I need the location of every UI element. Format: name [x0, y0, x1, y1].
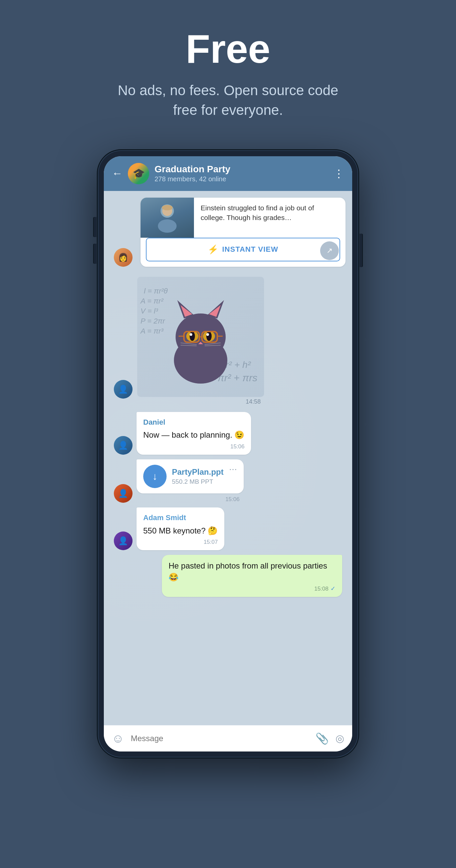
adam-time: 15:07 [204, 538, 218, 546]
own-message-row: He pasted in photos from all previous pa… [111, 555, 345, 597]
own-time: 15:08 [314, 585, 329, 593]
article-bubble: Einstein struggled to find a job out of … [141, 198, 345, 267]
hero-subtitle: No ads, no fees. Open source code free f… [111, 81, 345, 120]
adam-text: 550 MB keynote? 🤔 [143, 525, 218, 536]
header-info: Graduation Party 278 members, 42 online [155, 164, 328, 183]
chat-header: ← 🎓 Graduation Party 278 members, 42 onl… [104, 156, 352, 191]
article-text: Einstein struggled to find a job out of … [194, 198, 345, 238]
group-name: Graduation Party [155, 164, 328, 175]
attach-button[interactable]: 📎 [315, 732, 329, 745]
phone-screen: ← 🎓 Graduation Party 278 members, 42 onl… [104, 156, 352, 751]
sticker-time: 14:58 [137, 398, 264, 405]
message-input[interactable] [131, 734, 309, 743]
group-avatar: 🎓 [128, 163, 149, 184]
file-message-row: 👤 ↓ PartyPlan.ppt 550.2 MB PPT ⋯ 15:06 [111, 459, 345, 503]
group-status: 278 members, 42 online [155, 175, 328, 183]
article-sender-avatar: 👩 [114, 248, 132, 267]
file-bubble: ↓ PartyPlan.ppt 550.2 MB PPT ⋯ [136, 459, 244, 493]
svg-point-12 [190, 332, 195, 341]
own-text: He pasted in photos from all previous pa… [169, 560, 335, 583]
svg-point-14 [190, 333, 192, 336]
file-more-button[interactable]: ⋯ [229, 465, 237, 474]
adam-message-row: 👤 Adam Smidt 550 MB keynote? 🤔 15:07 [111, 507, 345, 550]
file-size: 550.2 MB PPT [172, 478, 224, 486]
sticker-message: 👤 l = πr²θ A = πr² V = l³ P = 2πr A = πr… [111, 277, 345, 405]
daniel-avatar: 👤 [114, 436, 132, 455]
daniel-name: Daniel [143, 417, 244, 428]
hero-section: Free No ads, no fees. Open source code f… [98, 0, 358, 137]
camera-button[interactable]: ◎ [335, 733, 344, 744]
own-check: ✓ [331, 585, 335, 593]
back-button[interactable]: ← [112, 167, 123, 180]
svg-point-1 [158, 219, 177, 233]
lightning-icon: ⚡ [208, 244, 219, 255]
emoji-button[interactable]: ☺ [112, 732, 124, 745]
adam-bubble: Adam Smidt 550 MB keynote? 🤔 15:07 [136, 507, 224, 550]
article-message: 👩 [111, 198, 345, 267]
daniel-bubble: Daniel Now — back to planning. 😉 15:06 [136, 412, 251, 455]
message-input-bar: ☺ 📎 ◎ [104, 725, 352, 751]
daniel-message-row: 👤 Daniel Now — back to planning. 😉 15:06 [111, 412, 345, 455]
file-sender-avatar: 👤 [114, 484, 132, 503]
own-meta: 15:08 ✓ [169, 585, 335, 593]
file-time: 15:06 [225, 496, 244, 503]
instant-view-button[interactable]: ⚡ INSTANT VIEW [146, 238, 340, 261]
sticker-background: l = πr²θ A = πr² V = l³ P = 2πr A = πr³ [137, 277, 264, 397]
daniel-text: Now — back to planning. 😉 [143, 429, 244, 441]
more-menu-button[interactable]: ⋮ [333, 167, 344, 180]
svg-point-15 [206, 333, 209, 336]
cat-sticker-svg [154, 287, 247, 387]
daniel-meta: 15:06 [143, 443, 244, 451]
svg-point-13 [206, 332, 212, 341]
adam-name: Adam Smidt [143, 513, 218, 523]
article-image [141, 198, 194, 238]
daniel-time: 15:06 [230, 443, 245, 451]
phone-outer-frame: ← 🎓 Graduation Party 278 members, 42 onl… [98, 150, 358, 757]
file-info: PartyPlan.ppt 550.2 MB PPT [172, 467, 224, 486]
adam-meta: 15:07 [143, 538, 218, 546]
phone-mockup: ← 🎓 Graduation Party 278 members, 42 onl… [98, 150, 358, 757]
chat-body: 👩 [104, 191, 352, 725]
instant-view-label: INSTANT VIEW [222, 245, 278, 254]
article-thumbnail-icon [151, 201, 184, 235]
hero-title: Free [111, 27, 345, 71]
share-button[interactable]: ↗ [320, 241, 339, 260]
article-preview: Einstein struggled to find a job out of … [141, 198, 345, 238]
svg-point-3 [162, 205, 173, 210]
own-bubble: He pasted in photos from all previous pa… [162, 555, 342, 597]
sticker-container: l = πr²θ A = πr² V = l³ P = 2πr A = πr³ [137, 277, 264, 397]
sticker-sender-avatar: 👤 [114, 380, 132, 399]
file-download-button[interactable]: ↓ [143, 465, 166, 488]
file-name: PartyPlan.ppt [172, 467, 224, 477]
file-time-row: 15:06 [136, 496, 244, 503]
adam-avatar: 👤 [114, 531, 132, 550]
